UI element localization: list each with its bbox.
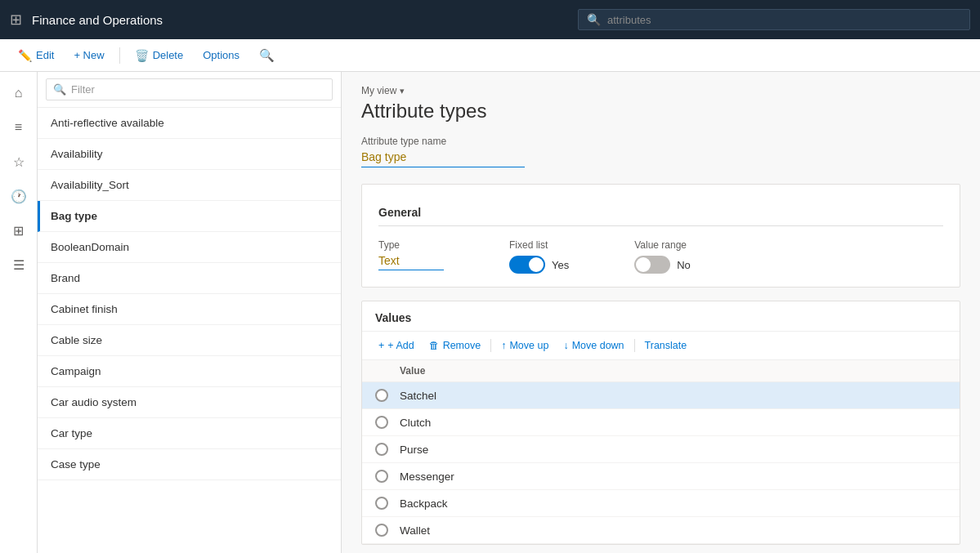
sidebar-icon-panel: ⌂ ≡ ☆ 🕐 ⊞ ☰ xyxy=(0,72,38,553)
row-radio[interactable] xyxy=(375,389,400,402)
value-range-group: Value range No xyxy=(634,239,691,274)
move-up-button[interactable]: ↑ Move up xyxy=(494,337,555,355)
value-range-toggle[interactable] xyxy=(634,256,670,274)
general-fields: Type Text Fixed list Yes Value range xyxy=(378,239,943,274)
general-section-header: General xyxy=(378,198,943,226)
list-item-bag-type[interactable]: Bag type xyxy=(38,201,341,232)
radio-circle xyxy=(375,389,388,402)
row-value: Messenger xyxy=(400,470,454,483)
filter-input[interactable] xyxy=(71,83,325,96)
list-item-campaign[interactable]: Campaign xyxy=(38,356,341,387)
value-range-value: No xyxy=(677,259,691,271)
table-row[interactable]: Clutch xyxy=(362,409,960,436)
attr-type-value[interactable]: Bag type xyxy=(361,150,525,167)
table-row[interactable]: Wallet xyxy=(362,517,960,544)
remove-button[interactable]: 🗑 Remove xyxy=(423,337,488,355)
table-row[interactable]: Messenger xyxy=(362,463,960,490)
table-row[interactable]: Purse xyxy=(362,436,960,463)
my-view-label: My view xyxy=(361,85,396,96)
row-value: Wallet xyxy=(400,524,430,537)
list-filter-area: 🔍 xyxy=(38,72,341,108)
fixed-list-group: Fixed list Yes xyxy=(509,239,569,274)
row-radio[interactable] xyxy=(375,470,400,483)
values-table-header: Value xyxy=(362,360,960,382)
list-items-container: Anti-reflective available Availability A… xyxy=(38,108,341,553)
app-title: Finance and Operations xyxy=(32,13,568,27)
list-item-cabinet-finish[interactable]: Cabinet finish xyxy=(38,294,341,325)
grid-icon[interactable]: ⊞ xyxy=(10,11,22,29)
list-item[interactable]: BooleanDomain xyxy=(38,232,341,263)
my-view-link[interactable]: My view ▾ xyxy=(361,85,960,96)
value-range-label: Value range xyxy=(634,239,691,251)
row-radio[interactable] xyxy=(375,443,400,456)
type-field: Type Text xyxy=(378,239,444,270)
global-search[interactable]: 🔍 xyxy=(578,9,970,30)
list-item[interactable]: Availability_Sort xyxy=(38,170,341,201)
radio-circle xyxy=(375,443,388,456)
table-row[interactable]: Backpack xyxy=(362,490,960,517)
values-toolbar: + + Add 🗑 Remove ↑ Move up ↓ Move down xyxy=(362,332,960,360)
list-icon[interactable]: ☰ xyxy=(4,250,34,279)
radio-circle xyxy=(375,497,388,510)
move-up-icon: ↑ xyxy=(501,340,506,351)
type-value[interactable]: Text xyxy=(378,254,444,270)
search-input[interactable] xyxy=(607,14,961,26)
star-icon[interactable]: ☆ xyxy=(4,147,34,176)
value-range-toggle-row: No xyxy=(634,256,691,274)
row-value: Satchel xyxy=(400,390,436,402)
list-item-car-type[interactable]: Car type xyxy=(38,418,341,449)
delete-icon: 🗑️ xyxy=(135,49,149,62)
toolbar-sep xyxy=(490,339,491,352)
row-radio[interactable] xyxy=(375,416,400,429)
edit-icon: ✏️ xyxy=(18,49,32,62)
page-title: Attribute types xyxy=(361,100,960,123)
search-icon: 🔍 xyxy=(587,13,601,26)
move-down-icon: ↓ xyxy=(563,340,568,351)
values-table: Value Satchel Clutch xyxy=(362,360,960,544)
hamburger-icon[interactable]: ≡ xyxy=(4,113,34,142)
toggle-knob xyxy=(529,257,544,272)
list-item-cable-size[interactable]: Cable size xyxy=(38,325,341,356)
toolbar-sep-2 xyxy=(634,339,635,352)
radio-circle xyxy=(375,524,388,537)
row-radio[interactable] xyxy=(375,497,400,510)
edit-button[interactable]: ✏️ Edit xyxy=(10,45,62,66)
clock-icon[interactable]: 🕐 xyxy=(4,181,34,211)
radio-circle xyxy=(375,470,388,483)
list-item-brand[interactable]: Brand xyxy=(38,263,341,294)
general-section: General Type Text Fixed list Yes xyxy=(361,184,960,288)
list-item[interactable]: Anti-reflective available xyxy=(38,108,341,139)
translate-button[interactable]: Translate xyxy=(638,337,694,355)
row-value: Purse xyxy=(400,444,428,456)
toolbar-divider xyxy=(119,47,120,64)
home-icon[interactable]: ⌂ xyxy=(4,78,34,108)
add-button[interactable]: + + Add xyxy=(372,337,421,355)
add-icon: + xyxy=(378,340,384,351)
filter-input-container[interactable]: 🔍 xyxy=(46,78,333,100)
filter-icon: 🔍 xyxy=(53,83,66,96)
row-radio[interactable] xyxy=(375,524,400,537)
table-icon[interactable]: ⊞ xyxy=(4,216,34,245)
row-value: Clutch xyxy=(400,417,431,429)
remove-icon: 🗑 xyxy=(429,340,440,351)
toolbar-search-button[interactable]: 🔍 xyxy=(251,44,283,67)
table-row[interactable]: Satchel xyxy=(362,382,960,409)
type-label: Type xyxy=(378,239,444,251)
detail-panel: My view ▾ Attribute types Attribute type… xyxy=(342,72,980,553)
toggle-knob xyxy=(636,257,651,272)
fixed-list-value: Yes xyxy=(552,259,569,271)
list-item-car-audio[interactable]: Car audio system xyxy=(38,387,341,418)
value-col-header: Value xyxy=(400,365,425,377)
fixed-list-label: Fixed list xyxy=(509,239,569,251)
list-panel: 🔍 Anti-reflective available Availability… xyxy=(38,72,342,553)
fixed-list-toggle[interactable] xyxy=(509,256,545,274)
delete-button[interactable]: 🗑️ Delete xyxy=(127,45,192,66)
options-button[interactable]: Options xyxy=(195,45,248,65)
move-down-button[interactable]: ↓ Move down xyxy=(557,337,630,355)
main-toolbar: ✏️ Edit + New 🗑️ Delete Options 🔍 xyxy=(0,39,980,72)
attr-type-label: Attribute type name xyxy=(361,136,960,147)
fixed-list-toggle-row: Yes xyxy=(509,256,569,274)
list-item-case-type[interactable]: Case type xyxy=(38,449,341,480)
new-button[interactable]: + New xyxy=(65,45,112,65)
list-item[interactable]: Availability xyxy=(38,139,341,170)
